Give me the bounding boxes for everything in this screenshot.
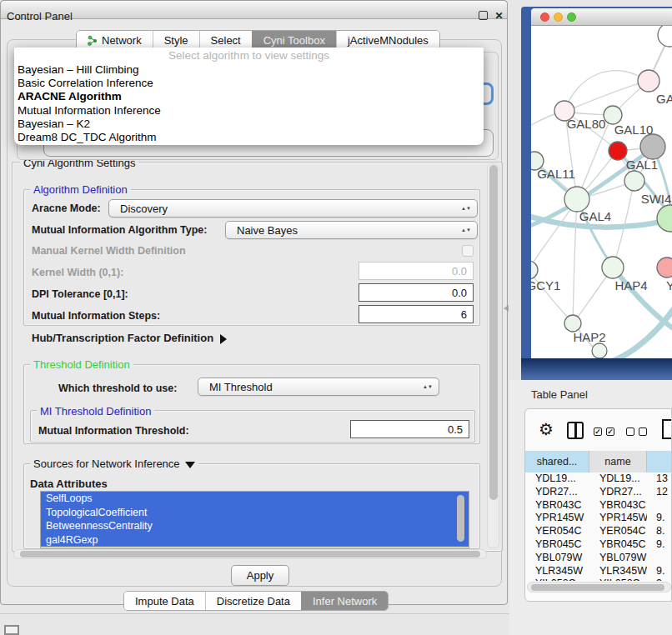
attribute-item-topologicalcoefficient[interactable]: TopologicalCoefficient: [41, 506, 469, 520]
graph-node[interactable]: [624, 171, 644, 191]
algorithm-option-bayesian-k2[interactable]: Bayesian – K2: [14, 118, 484, 131]
select-all-check-icon[interactable]: ✓: [594, 428, 602, 436]
table-row[interactable]: YBL079WYBL079W: [525, 552, 672, 565]
table-row[interactable]: YDL19...YDL19...13: [525, 472, 672, 486]
algorithm-option-basic-correlation-inference[interactable]: Basic Correlation Inference: [14, 77, 484, 90]
settings-hscrollbar-thumb[interactable]: [20, 551, 480, 558]
table-row[interactable]: YLR345WYLR345W9.: [525, 565, 672, 578]
aracne-mode-combo[interactable]: Discovery ▲▼: [108, 199, 478, 218]
graph-edge[interactable]: [574, 269, 612, 322]
traffic-light-close[interactable]: [540, 12, 549, 22]
manual-kernel-checkbox[interactable]: [462, 245, 474, 257]
algorithm-option-mutual-information-inference[interactable]: Mutual Information Inference: [14, 104, 484, 118]
table-row[interactable]: YER054CYER054C8.: [525, 525, 672, 538]
graph-node[interactable]: [657, 205, 672, 232]
graph-node[interactable]: [638, 70, 659, 92]
dpi-tolerance-field[interactable]: 0.0: [359, 283, 474, 302]
table-panel-title: Table Panel: [531, 388, 588, 401]
deselect-all-icon[interactable]: [626, 428, 634, 436]
tab-jactivemnodules[interactable]: jActiveMNodules: [336, 31, 439, 49]
mi-type-combo[interactable]: Naive Bayes ▲▼: [225, 221, 478, 239]
table-cell: YDL19...: [599, 472, 647, 484]
kernel-width-field[interactable]: 0.0: [359, 262, 474, 280]
table-hscrollbar-thumb[interactable]: [531, 584, 664, 591]
node-label-hap4: HAP4: [614, 278, 647, 292]
graph-node[interactable]: [658, 26, 672, 47]
traffic-light-zoom[interactable]: [567, 12, 576, 22]
traffic-light-minimize[interactable]: [554, 12, 563, 22]
algorithm-option-aracne-algorithm[interactable]: ARACNE Algorithm: [14, 90, 484, 103]
hub-definition-label: Hub/Transcription Factor Definition: [32, 332, 213, 344]
threshold-definition-title: Threshold Definition: [30, 358, 133, 371]
mi-steps-field[interactable]: 6: [359, 305, 474, 323]
graph-node[interactable]: [564, 187, 589, 212]
table-row[interactable]: YDR27...YDR27...12: [525, 486, 672, 499]
graph-node[interactable]: [640, 134, 665, 159]
table-cell: 9: [656, 578, 672, 581]
close-window-icon[interactable]: ✕: [494, 11, 504, 22]
node-label-swi4: SWI4: [641, 192, 672, 206]
tab-select[interactable]: Select: [199, 31, 252, 49]
table-cell: YDR27...: [599, 486, 647, 498]
hub-definition-toggle[interactable]: Hub/Transcription Factor Definition: [32, 332, 227, 344]
select-all-check-icon[interactable]: ✓: [606, 428, 614, 436]
graph-edge[interactable]: [573, 201, 577, 322]
page-icon[interactable]: [662, 419, 672, 439]
graph-node[interactable]: [564, 315, 581, 332]
tab-network[interactable]: Network: [77, 31, 153, 49]
attribute-item-gal4rgexp[interactable]: gal4RGexp: [41, 533, 469, 548]
tab-discretize-data[interactable]: Discretize Data: [205, 592, 301, 610]
expand-right-icon: [220, 334, 227, 344]
mi-type-value: Naive Bayes: [237, 224, 298, 237]
graph-edge[interactable]: [604, 301, 672, 358]
graph-edge[interactable]: [531, 201, 576, 268]
mi-threshold-field[interactable]: 0.5: [350, 420, 469, 438]
tab-cyni-toolbox[interactable]: Cyni Toolbox: [252, 31, 336, 49]
combo-spinner-icon: ▲▼: [423, 385, 433, 389]
graph-node[interactable]: [604, 106, 622, 124]
graph-node[interactable]: [531, 261, 538, 279]
node-label-gal11: GAL11: [537, 167, 575, 181]
algorithm-option-dream8-dc-tdc-algorithm[interactable]: Dream8 DC_TDC Algorithm: [14, 131, 484, 144]
minimized-panel-icon[interactable]: [4, 625, 19, 635]
tab-infer-network[interactable]: Infer Network: [301, 592, 388, 610]
attribute-item-betweennesscentrality[interactable]: BetweennessCentrality: [41, 519, 469, 533]
table-row[interactable]: YIL052CYIL052C9: [525, 578, 672, 581]
settings-scrollbar-thumb[interactable]: [489, 165, 498, 500]
tab-impute-data[interactable]: Impute Data: [124, 592, 205, 610]
collapse-down-icon: [185, 462, 195, 468]
split-view-icon[interactable]: [567, 422, 584, 439]
splitter-handle-icon[interactable]: [504, 305, 509, 312]
apply-button[interactable]: Apply: [231, 565, 289, 586]
column-header-col2[interactable]: [647, 451, 672, 472]
data-attributes-list[interactable]: SelfLoopsTopologicalCoefficientBetweenne…: [40, 491, 469, 548]
column-header-name[interactable]: name: [589, 451, 647, 472]
graph-node[interactable]: [609, 142, 627, 160]
sources-group-title[interactable]: Sources for Network Inference: [30, 458, 198, 470]
column-header-shared[interactable]: shared...: [525, 451, 589, 472]
deselect-all-icon[interactable]: [639, 428, 647, 436]
attribute-item-selfloops[interactable]: SelfLoops: [41, 492, 469, 506]
table-cell: YER054C: [535, 525, 589, 537]
algorithm-option-bayesian-hill-climbing[interactable]: Bayesian – Hill Climbing: [14, 63, 484, 77]
graph-node[interactable]: [592, 343, 607, 358]
network-window-titlebar[interactable]: [531, 8, 672, 26]
table-cell: YPR145W: [535, 512, 589, 523]
which-threshold-combo[interactable]: MI Threshold ▲▼: [198, 378, 439, 396]
graph-edge[interactable]: [565, 71, 648, 109]
table-cell: 12: [656, 486, 672, 498]
table-row[interactable]: YBR045CYBR045C9.: [525, 538, 672, 552]
graph-node[interactable]: [657, 258, 672, 278]
mi-threshold-label: Mutual Information Threshold:: [38, 425, 189, 437]
node-label-y: Y: [666, 278, 672, 292]
algorithm-definition-title: Algorithm Definition: [30, 183, 131, 196]
tab-style[interactable]: Style: [153, 31, 199, 49]
table-row[interactable]: YBR043CYBR043C: [525, 499, 672, 512]
network-canvas[interactable]: GALGAL80GAL10GAL1GAL11SWI4GAL4GCY1HAP4YH…: [531, 26, 672, 358]
graph-edge[interactable]: [564, 81, 648, 112]
float-window-icon[interactable]: [479, 11, 488, 20]
graph-node[interactable]: [602, 257, 624, 278]
attributes-scrollbar-thumb[interactable]: [457, 495, 464, 542]
gear-icon[interactable]: ⚙: [539, 421, 554, 438]
table-row[interactable]: YPR145WYPR145W9.: [525, 512, 672, 525]
